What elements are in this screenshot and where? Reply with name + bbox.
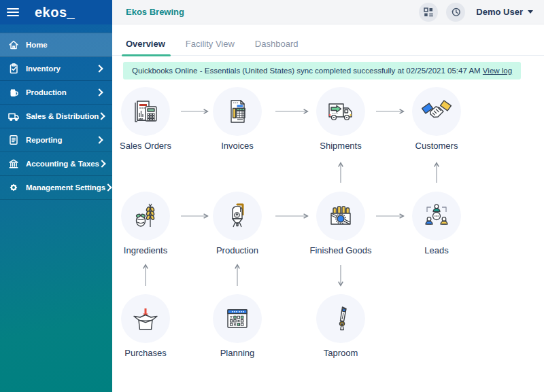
purchases-button[interactable] — [121, 294, 170, 343]
sidebar-item-production[interactable]: Production — [0, 81, 112, 105]
app-logo[interactable]: ekos_ — [35, 5, 75, 20]
sidebar-item-accounting-taxes[interactable]: Accounting & Taxes — [0, 152, 112, 176]
sidebar: ekos_ Home Inventory — [0, 0, 112, 392]
chevron-right-icon — [104, 183, 112, 191]
finished-goods-button[interactable] — [316, 192, 365, 240]
ingredients-icon — [131, 201, 160, 231]
flow-node-ingredients: Ingredients — [108, 192, 183, 255]
page-title: Ekos Brewing — [126, 7, 411, 17]
shipments-icon — [326, 96, 356, 126]
production-icon — [7, 86, 20, 99]
workflow-diagram: Sales Orders — [112, 84, 544, 392]
planning-button[interactable] — [213, 294, 262, 343]
beer-tap-icon — [326, 304, 356, 334]
flow-node-planning: Planning — [200, 294, 275, 358]
invoices-icon — [222, 96, 252, 126]
fermenter-tank-icon — [222, 201, 252, 231]
sync-success-banner: Quickbooks Online - Essentials (United S… — [123, 62, 521, 79]
chevron-right-icon — [95, 88, 103, 96]
chevron-right-icon — [95, 136, 103, 143]
flow-node-finished-goods: Finished Goods — [303, 192, 378, 255]
sidebar-header: ekos_ — [0, 0, 112, 24]
user-name: Demo User — [476, 7, 523, 17]
sidebar-item-inventory[interactable]: Inventory — [0, 57, 112, 81]
tab-dashboard[interactable]: Dashboard — [255, 39, 299, 55]
chevron-right-icon — [98, 112, 105, 120]
sidebar-item-management-settings[interactable]: Management Settings — [0, 176, 112, 200]
hamburger-menu-icon[interactable] — [7, 8, 19, 16]
flow-node-purchases: Purchases — [108, 294, 183, 358]
apps-grid-icon — [424, 7, 433, 17]
customers-handshake-icon — [422, 96, 452, 126]
report-icon — [7, 134, 20, 146]
leads-people-icon — [422, 201, 452, 231]
flow-node-production: Production — [200, 192, 275, 255]
history-button[interactable] — [446, 3, 465, 22]
ingredients-button[interactable] — [121, 192, 170, 240]
customers-button[interactable] — [412, 87, 461, 136]
chevron-right-icon — [98, 160, 105, 167]
shipments-button[interactable] — [316, 87, 365, 136]
truck-icon — [7, 110, 20, 122]
sidebar-item-home[interactable]: Home — [0, 33, 112, 57]
leads-button[interactable] — [412, 192, 461, 240]
sidebar-item-reporting[interactable]: Reporting — [0, 128, 112, 152]
sales-orders-button[interactable] — [121, 87, 170, 136]
taproom-button[interactable] — [316, 294, 365, 343]
user-menu[interactable]: Demo User — [476, 7, 533, 17]
gear-icon — [7, 181, 20, 194]
sidebar-item-sales-distribution[interactable]: Sales & Distribution — [0, 105, 112, 128]
sync-message: Quickbooks Online - Essentials (United S… — [132, 67, 481, 75]
sales-orders-icon — [131, 96, 160, 126]
open-box-arrow-icon — [131, 304, 160, 334]
bank-icon — [7, 158, 20, 170]
main-area: Ekos Brewing — [112, 0, 544, 392]
sidebar-menu: Home Inventory Production — [0, 33, 112, 200]
topbar: Ekos Brewing — [112, 0, 544, 24]
apps-grid-button[interactable] — [419, 3, 438, 22]
tab-overview[interactable]: Overview — [126, 39, 165, 55]
view-log-link[interactable]: View log — [483, 67, 512, 75]
calendar-icon — [222, 304, 252, 334]
chevron-right-icon — [95, 65, 103, 72]
caret-down-icon — [528, 10, 533, 14]
flow-node-shipments: Shipments — [303, 87, 378, 151]
flow-node-sales-orders: Sales Orders — [108, 87, 183, 151]
flow-node-invoices: Invoices — [200, 87, 275, 151]
home-icon — [7, 39, 20, 51]
history-clock-icon — [451, 7, 461, 17]
production-tank-icon-button[interactable] — [213, 192, 262, 240]
invoices-button[interactable] — [213, 87, 262, 136]
tab-bar: Overview Facility View Dashboard — [112, 24, 544, 56]
flow-node-customers: Customers — [399, 87, 474, 151]
flow-node-leads: Leads — [399, 192, 474, 255]
flow-node-taproom: Taproom — [303, 294, 378, 358]
inventory-icon — [7, 63, 20, 75]
six-pack-icon — [326, 201, 356, 231]
tab-facility-view[interactable]: Facility View — [186, 39, 235, 55]
